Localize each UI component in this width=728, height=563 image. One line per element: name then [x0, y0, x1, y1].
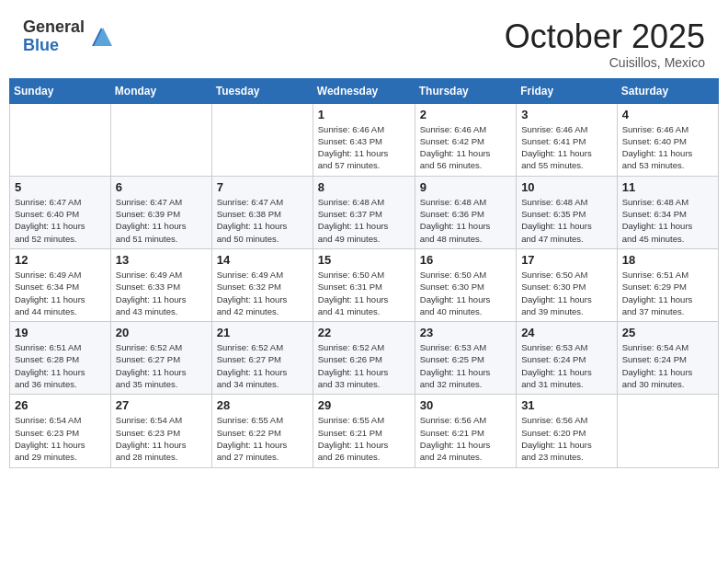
calendar-cell — [211, 103, 313, 176]
day-number: 21 — [217, 326, 308, 339]
calendar-cell: 1Sunrise: 6:46 AM Sunset: 6:43 PM Daylig… — [313, 103, 415, 176]
calendar-cell — [110, 103, 211, 176]
calendar-cell: 6Sunrise: 6:47 AM Sunset: 6:39 PM Daylig… — [110, 176, 211, 248]
day-number: 27 — [116, 398, 207, 412]
day-info: Sunrise: 6:50 AM Sunset: 6:31 PM Dayligh… — [318, 269, 410, 317]
day-number: 7 — [217, 180, 308, 194]
day-number: 19 — [15, 326, 106, 339]
day-of-week-monday: Monday — [110, 78, 211, 103]
calendar-cell: 18Sunrise: 6:51 AM Sunset: 6:29 PM Dayli… — [617, 248, 718, 321]
day-number: 1 — [318, 108, 410, 121]
calendar-cell: 17Sunrise: 6:50 AM Sunset: 6:30 PM Dayli… — [517, 248, 618, 321]
calendar-cell: 14Sunrise: 6:49 AM Sunset: 6:32 PM Dayli… — [211, 248, 313, 321]
calendar-table: SundayMondayTuesdayWednesdayThursdayFrid… — [9, 78, 719, 468]
calendar-cell: 10Sunrise: 6:48 AM Sunset: 6:35 PM Dayli… — [517, 176, 618, 248]
day-info: Sunrise: 6:47 AM Sunset: 6:39 PM Dayligh… — [116, 196, 207, 245]
day-number: 11 — [622, 180, 713, 194]
logo: General Blue — [23, 18, 114, 55]
calendar-cell: 28Sunrise: 6:55 AM Sunset: 6:22 PM Dayli… — [211, 395, 313, 467]
day-info: Sunrise: 6:52 AM Sunset: 6:26 PM Dayligh… — [318, 341, 410, 390]
logo-general-text: General — [23, 18, 85, 37]
calendar-cell: 25Sunrise: 6:54 AM Sunset: 6:24 PM Dayli… — [617, 322, 718, 395]
day-number: 10 — [521, 180, 612, 194]
day-number: 23 — [420, 326, 511, 339]
calendar-header: General Blue October 2025 Cuisillos, Mex… — [9, 9, 719, 75]
calendar-cell: 8Sunrise: 6:48 AM Sunset: 6:37 PM Daylig… — [313, 176, 415, 248]
day-of-week-wednesday: Wednesday — [313, 78, 415, 103]
calendar-week-3: 12Sunrise: 6:49 AM Sunset: 6:34 PM Dayli… — [10, 248, 719, 321]
logo-icon — [88, 24, 114, 50]
calendar-cell: 11Sunrise: 6:48 AM Sunset: 6:34 PM Dayli… — [617, 176, 718, 248]
month-title: October 2025 Cuisillos, Mexico — [505, 18, 705, 70]
calendar-cell: 21Sunrise: 6:52 AM Sunset: 6:27 PM Dayli… — [211, 322, 313, 395]
calendar-cell: 31Sunrise: 6:56 AM Sunset: 6:20 PM Dayli… — [517, 395, 618, 467]
day-number: 12 — [15, 253, 106, 267]
calendar-cell: 2Sunrise: 6:46 AM Sunset: 6:42 PM Daylig… — [415, 103, 516, 176]
day-info: Sunrise: 6:54 AM Sunset: 6:23 PM Dayligh… — [15, 414, 106, 463]
calendar-week-5: 26Sunrise: 6:54 AM Sunset: 6:23 PM Dayli… — [10, 395, 719, 467]
day-number: 29 — [318, 398, 410, 412]
calendar-cell: 24Sunrise: 6:53 AM Sunset: 6:24 PM Dayli… — [517, 322, 618, 395]
calendar-week-4: 19Sunrise: 6:51 AM Sunset: 6:28 PM Dayli… — [10, 322, 719, 395]
day-info: Sunrise: 6:51 AM Sunset: 6:29 PM Dayligh… — [622, 269, 713, 317]
day-info: Sunrise: 6:47 AM Sunset: 6:38 PM Dayligh… — [217, 196, 308, 245]
calendar-cell: 29Sunrise: 6:55 AM Sunset: 6:21 PM Dayli… — [313, 395, 415, 467]
day-of-week-sunday: Sunday — [10, 78, 111, 103]
day-info: Sunrise: 6:49 AM Sunset: 6:34 PM Dayligh… — [15, 269, 106, 317]
day-number: 14 — [217, 253, 308, 267]
day-number: 22 — [318, 326, 410, 339]
day-number: 17 — [521, 253, 612, 267]
day-number: 25 — [622, 326, 713, 339]
day-info: Sunrise: 6:53 AM Sunset: 6:24 PM Dayligh… — [521, 341, 612, 390]
calendar-cell: 3Sunrise: 6:46 AM Sunset: 6:41 PM Daylig… — [517, 103, 618, 176]
day-info: Sunrise: 6:54 AM Sunset: 6:23 PM Dayligh… — [116, 414, 207, 463]
calendar-week-2: 5Sunrise: 6:47 AM Sunset: 6:40 PM Daylig… — [10, 176, 719, 248]
day-info: Sunrise: 6:48 AM Sunset: 6:37 PM Dayligh… — [318, 196, 410, 245]
month-year: October 2025 — [505, 18, 705, 55]
day-number: 18 — [622, 253, 713, 267]
day-info: Sunrise: 6:46 AM Sunset: 6:42 PM Dayligh… — [420, 123, 511, 172]
calendar-cell: 27Sunrise: 6:54 AM Sunset: 6:23 PM Dayli… — [110, 395, 211, 467]
day-number: 26 — [15, 398, 106, 412]
day-of-week-friday: Friday — [517, 78, 618, 103]
day-info: Sunrise: 6:48 AM Sunset: 6:35 PM Dayligh… — [521, 196, 612, 245]
day-number: 5 — [15, 180, 106, 194]
calendar-cell: 16Sunrise: 6:50 AM Sunset: 6:30 PM Dayli… — [415, 248, 516, 321]
location: Cuisillos, Mexico — [505, 55, 705, 70]
day-info: Sunrise: 6:50 AM Sunset: 6:30 PM Dayligh… — [521, 269, 612, 317]
day-number: 31 — [521, 398, 612, 412]
calendar-cell: 13Sunrise: 6:49 AM Sunset: 6:33 PM Dayli… — [110, 248, 211, 321]
day-info: Sunrise: 6:54 AM Sunset: 6:24 PM Dayligh… — [622, 341, 713, 390]
calendar-cell: 30Sunrise: 6:56 AM Sunset: 6:21 PM Dayli… — [415, 395, 516, 467]
calendar-cell: 20Sunrise: 6:52 AM Sunset: 6:27 PM Dayli… — [110, 322, 211, 395]
calendar-cell: 7Sunrise: 6:47 AM Sunset: 6:38 PM Daylig… — [211, 176, 313, 248]
day-info: Sunrise: 6:48 AM Sunset: 6:34 PM Dayligh… — [622, 196, 713, 245]
day-info: Sunrise: 6:52 AM Sunset: 6:27 PM Dayligh… — [116, 341, 207, 390]
day-number: 28 — [217, 398, 308, 412]
day-info: Sunrise: 6:48 AM Sunset: 6:36 PM Dayligh… — [420, 196, 511, 245]
calendar-cell — [617, 395, 718, 467]
day-info: Sunrise: 6:55 AM Sunset: 6:21 PM Dayligh… — [318, 414, 410, 463]
calendar-cell: 26Sunrise: 6:54 AM Sunset: 6:23 PM Dayli… — [10, 395, 111, 467]
calendar-cell: 5Sunrise: 6:47 AM Sunset: 6:40 PM Daylig… — [10, 176, 111, 248]
day-info: Sunrise: 6:46 AM Sunset: 6:43 PM Dayligh… — [318, 123, 410, 172]
day-number: 3 — [521, 108, 612, 121]
calendar-cell: 19Sunrise: 6:51 AM Sunset: 6:28 PM Dayli… — [10, 322, 111, 395]
day-info: Sunrise: 6:46 AM Sunset: 6:41 PM Dayligh… — [521, 123, 612, 172]
calendar-cell: 15Sunrise: 6:50 AM Sunset: 6:31 PM Dayli… — [313, 248, 415, 321]
day-of-week-tuesday: Tuesday — [211, 78, 313, 103]
day-info: Sunrise: 6:56 AM Sunset: 6:21 PM Dayligh… — [420, 414, 511, 463]
day-info: Sunrise: 6:56 AM Sunset: 6:20 PM Dayligh… — [521, 414, 612, 463]
day-info: Sunrise: 6:49 AM Sunset: 6:33 PM Dayligh… — [116, 269, 207, 317]
day-of-week-thursday: Thursday — [415, 78, 516, 103]
day-number: 2 — [420, 108, 511, 121]
day-number: 15 — [318, 253, 410, 267]
calendar-cell: 23Sunrise: 6:53 AM Sunset: 6:25 PM Dayli… — [415, 322, 516, 395]
day-info: Sunrise: 6:52 AM Sunset: 6:27 PM Dayligh… — [217, 341, 308, 390]
logo-blue-text: Blue — [23, 37, 85, 55]
calendar-header-row: SundayMondayTuesdayWednesdayThursdayFrid… — [10, 78, 719, 103]
day-number: 20 — [116, 326, 207, 339]
calendar-cell: 12Sunrise: 6:49 AM Sunset: 6:34 PM Dayli… — [10, 248, 111, 321]
calendar-cell: 4Sunrise: 6:46 AM Sunset: 6:40 PM Daylig… — [617, 103, 718, 176]
day-number: 24 — [521, 326, 612, 339]
